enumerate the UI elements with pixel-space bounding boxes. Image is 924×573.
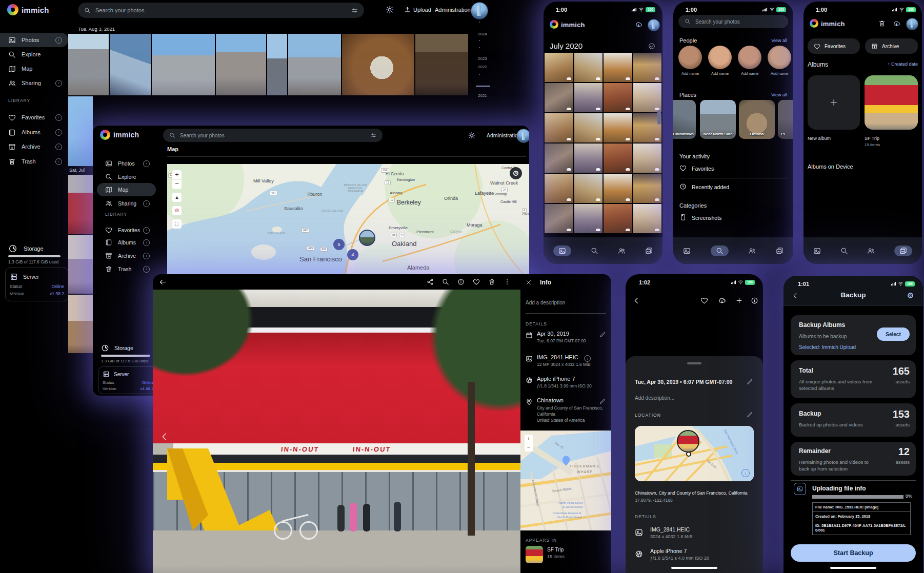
info-icon[interactable]: i: [143, 160, 150, 167]
nav-search[interactable]: [591, 247, 598, 255]
sidebar-item-albums[interactable]: Albumsi: [0, 125, 68, 139]
place-card[interactable]: Near North Side: [700, 100, 736, 139]
filter-icon[interactable]: [351, 7, 358, 14]
photo-thumbnail[interactable]: [604, 53, 632, 82]
album-thumbnail[interactable]: [526, 546, 543, 563]
photo-thumbnail[interactable]: [68, 235, 93, 294]
screenshots-item[interactable]: Screenshots: [692, 215, 721, 221]
photo-thumbnail[interactable]: [152, 34, 215, 95]
timeline-scrubber[interactable]: 2024 2023 2022 2021: [476, 18, 491, 131]
timeline-scrubber-handle[interactable]: [476, 86, 490, 87]
photo-thumbnail[interactable]: [545, 83, 573, 112]
info-icon[interactable]: i: [55, 129, 62, 136]
nav-sharing[interactable]: [867, 247, 875, 255]
info-icon[interactable]: i: [55, 80, 62, 87]
photo-thumbnail[interactable]: [574, 53, 603, 82]
info-icon[interactable]: i: [143, 253, 150, 259]
search-input[interactable]: Search your photos: [78, 3, 364, 18]
info-icon[interactable]: i: [143, 227, 150, 234]
album-link[interactable]: SF Trip: [547, 547, 564, 552]
place-card[interactable]: Omaha: [739, 100, 775, 139]
search-input[interactable]: Search your photos: [163, 129, 383, 142]
photo-thumbnail[interactable]: [415, 34, 468, 95]
gear-icon[interactable]: [907, 292, 914, 299]
photo-thumbnail[interactable]: [574, 174, 603, 203]
add-name-label[interactable]: Add name: [678, 71, 702, 76]
user-avatar[interactable]: [471, 2, 488, 19]
user-avatar[interactable]: [648, 19, 660, 31]
detail-sheet[interactable]: Tue, Apr 30, 2019 • 6:07 PM GMT-07:00 Ad…: [626, 356, 763, 573]
sidebar-item-archive[interactable]: Archivei: [0, 139, 68, 154]
info-icon[interactable]: [751, 297, 758, 304]
delete-icon[interactable]: [488, 278, 495, 285]
map-zoom-in-button[interactable]: +: [525, 435, 533, 443]
nav-sharing[interactable]: [618, 247, 626, 255]
photo-thumbnail[interactable]: [604, 204, 632, 233]
sidebar-item-trash[interactable]: Trashi: [0, 154, 68, 169]
face-avatar[interactable]: [738, 46, 761, 69]
administration-link[interactable]: Administration: [487, 132, 521, 138]
sidebar-item-explore[interactable]: Explore: [0, 47, 68, 62]
people-view-all-link[interactable]: View all: [771, 38, 787, 43]
sheet-drag-handle[interactable]: [687, 362, 701, 364]
previous-photo-button[interactable]: [160, 432, 169, 441]
map-fullscreen-button[interactable]: ⛶: [172, 219, 182, 229]
place-card[interactable]: Chinatown: [673, 100, 696, 139]
photo-thumbnail[interactable]: [633, 83, 662, 112]
sidebar-item-sharing[interactable]: Sharingi: [97, 196, 156, 211]
cloud-download-icon[interactable]: [718, 297, 726, 305]
map-attribution-icon[interactable]: i: [741, 469, 750, 477]
face-avatar[interactable]: [708, 46, 732, 69]
photo-thumbnail[interactable]: [68, 34, 109, 95]
info-icon[interactable]: i: [143, 239, 150, 246]
add-name-label[interactable]: Add name: [768, 71, 791, 76]
nav-sharing[interactable]: [748, 247, 756, 255]
photo-thumbnail[interactable]: [288, 34, 341, 95]
cloud-sync-icon[interactable]: [635, 21, 642, 29]
photo-thumbnail[interactable]: [216, 34, 266, 95]
nav-photos[interactable]: [553, 245, 571, 256]
map-photo-marker[interactable]: [359, 230, 375, 246]
map-filter-button[interactable]: ⊘: [172, 206, 182, 215]
photo-thumbnail[interactable]: [574, 144, 603, 173]
favorite-icon[interactable]: [473, 278, 480, 285]
add-name-label[interactable]: Add name: [708, 71, 732, 76]
back-arrow-icon[interactable]: [159, 278, 167, 286]
scrollbar-thumb[interactable]: [657, 110, 661, 125]
map-cluster-marker[interactable]: 5: [333, 239, 345, 250]
favorites-button[interactable]: Favorites: [808, 38, 860, 54]
info-icon[interactable]: i: [143, 200, 150, 207]
info-icon[interactable]: i: [55, 144, 62, 150]
photo-thumbnail[interactable]: [110, 34, 150, 95]
photo-row[interactable]: [68, 34, 468, 95]
map-settings-button[interactable]: [510, 167, 522, 179]
photo-thumbnail[interactable]: [604, 144, 632, 173]
photo-thumbnail[interactable]: [545, 144, 573, 173]
favorites-item[interactable]: Favorites: [692, 166, 714, 172]
start-backup-button[interactable]: Start Backup: [791, 544, 916, 562]
sidebar-item-map[interactable]: Map: [97, 183, 156, 196]
select-albums-button[interactable]: Select: [877, 328, 910, 341]
photo-thumbnail[interactable]: [633, 53, 662, 82]
nav-library[interactable]: [776, 247, 784, 255]
sidebar-item-trash[interactable]: Trashi: [97, 262, 156, 276]
photo-thumbnail[interactable]: [342, 34, 414, 95]
search-input[interactable]: Search your photos: [678, 15, 788, 28]
info-icon[interactable]: [457, 278, 465, 285]
sidebar-item-photos[interactable]: Photosi: [97, 156, 156, 171]
edit-location-icon[interactable]: [747, 412, 753, 418]
nav-photos[interactable]: [683, 247, 691, 255]
sidebar-item-sharing[interactable]: Sharingi: [0, 76, 68, 90]
photo-thumbnail[interactable]: [545, 53, 573, 82]
administration-link[interactable]: Administration: [435, 7, 471, 13]
photo-thumbnail[interactable]: [545, 174, 573, 203]
album-card-sf-trip[interactable]: [865, 75, 918, 130]
map-zoom-out-button[interactable]: −: [525, 443, 533, 452]
photo-thumbnail[interactable]: [604, 174, 632, 203]
photo-thumbnail[interactable]: [68, 175, 93, 234]
photo-thumbnail[interactable]: [68, 295, 93, 353]
photo-thumbnail[interactable]: [574, 113, 603, 142]
sidebar-item-albums[interactable]: Albumsi: [97, 235, 156, 250]
sidebar-item-explore[interactable]: Explore: [97, 170, 156, 184]
map-zoom-out-button[interactable]: −: [172, 180, 182, 189]
